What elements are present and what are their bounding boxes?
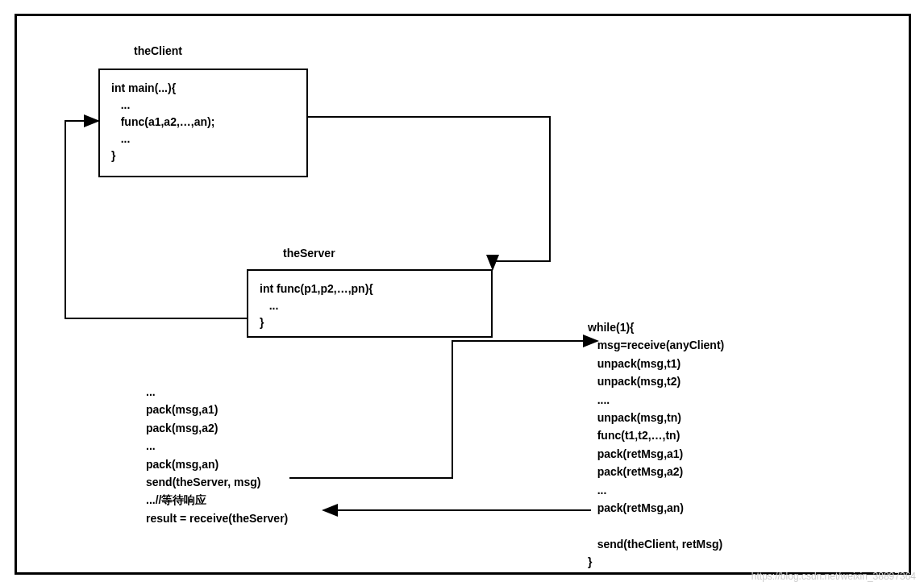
server-label: theServer <box>283 247 335 260</box>
server-loop-code: while(1){ msg=receive(anyClient) unpack(… <box>588 318 724 571</box>
client-stub-code: ... pack(msg,a1) pack(msg,a2) ... pack(m… <box>146 383 288 527</box>
client-label: theClient <box>134 44 182 57</box>
watermark: https://blog.csdn.net/weixin_38897364 <box>751 571 916 582</box>
diagram-frame: theClient int main(...){ ... func(a1,a2,… <box>15 14 911 575</box>
server-code: int func(p1,p2,…,pn){ ... } <box>260 281 480 331</box>
client-code: int main(...){ ... func(a1,a2,…,an); ...… <box>111 80 295 164</box>
client-box: int main(...){ ... func(a1,a2,…,an); ...… <box>98 69 308 177</box>
server-box: int func(p1,p2,…,pn){ ... } <box>247 269 493 338</box>
